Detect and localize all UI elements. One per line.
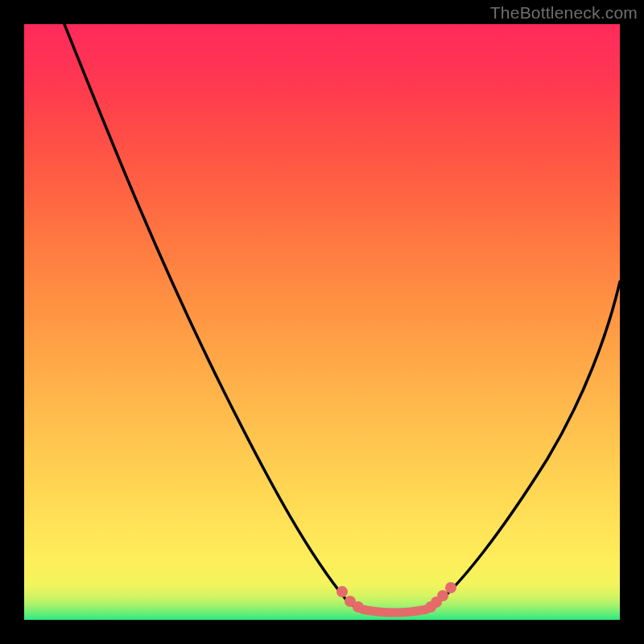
marker-dot: [437, 590, 448, 601]
marker-dot: [445, 582, 456, 593]
chart-frame: TheBottleneck.com: [0, 0, 644, 644]
watermark-text: TheBottleneck.com: [490, 3, 638, 23]
plot-area: [24, 24, 620, 620]
left-branch-path: [64, 24, 356, 608]
valley-highlight: [362, 609, 427, 613]
marker-dot: [336, 586, 348, 597]
right-branch-path: [431, 282, 620, 609]
curve-layer: [24, 24, 620, 620]
marker-dot: [353, 601, 364, 613]
